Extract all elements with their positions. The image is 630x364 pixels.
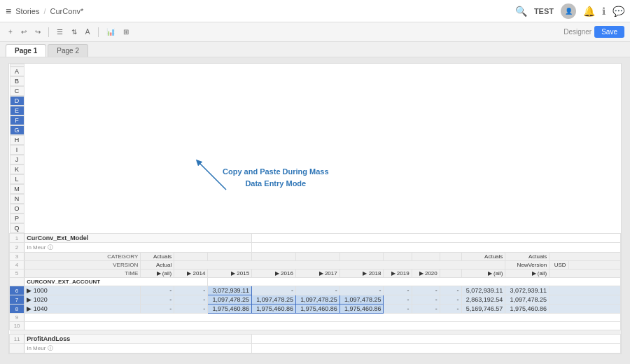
tab-page2[interactable]: Page 2 (48, 44, 88, 57)
col-header-G[interactable]: G (10, 125, 24, 135)
val-6-h[interactable]: - (384, 286, 412, 295)
version-label: VERSION (24, 261, 141, 270)
toolbar-sort-btn[interactable]: ⇅ (69, 27, 80, 37)
row-num-6: 6 (10, 286, 24, 295)
time-label: TIME (24, 270, 141, 278)
val-6-b[interactable]: - (141, 286, 174, 295)
col-header-L[interactable]: L (10, 174, 24, 184)
time-2015: ▶ 2015 (208, 270, 252, 278)
val-8-g[interactable]: 1,975,460.86 (340, 304, 384, 314)
data-row-8[interactable]: 8 ▶ 1040 - - 1,975,460.86 1,975,460.86 1… (10, 304, 621, 314)
val-7-e[interactable]: 1,097,478.25 (252, 295, 296, 304)
toolbar-sep1 (48, 27, 49, 37)
category-val3-l: Actuals (505, 253, 550, 261)
search-icon[interactable]: 🔍 (515, 6, 527, 17)
val-7-j[interactable]: - (440, 295, 461, 304)
val-6-i[interactable]: - (412, 286, 440, 295)
col-header-J[interactable]: J (10, 155, 24, 164)
row-num-5b (10, 278, 24, 286)
account-1020: ▶ 1020 (24, 295, 141, 304)
top-bar-right: 🔍 TEST 👤 🔔 ℹ 💬 (515, 4, 624, 19)
val-7-d[interactable]: 1,097,478.25 (208, 295, 252, 304)
col-header-M[interactable]: M (10, 184, 24, 194)
val-8-e[interactable]: 1,975,460.86 (252, 304, 296, 314)
col-header-B[interactable]: B (10, 76, 24, 86)
pnl-version-actual: Actuals (141, 354, 174, 354)
save-button[interactable]: Save (594, 26, 624, 38)
col-header-O[interactable]: O (10, 204, 24, 214)
val-7-f[interactable]: 1,097,478.25 (295, 295, 340, 304)
bell-icon[interactable]: 🔔 (583, 6, 595, 17)
val-8-j[interactable]: - (440, 304, 461, 314)
time-2016: ▶ 2016 (252, 270, 296, 278)
col-header-H[interactable]: H (10, 135, 24, 145)
col-header-N[interactable]: N (10, 194, 24, 204)
col-header-E[interactable]: E (10, 106, 24, 115)
val-8-c[interactable]: - (174, 304, 208, 314)
val-8-i[interactable]: - (412, 304, 440, 314)
time-val-b: ▶ (all) (141, 270, 174, 278)
val-7-g[interactable]: 1,097,478.25 (340, 295, 384, 304)
curconv-label: CURCONV_EXT_ACCOUNT (24, 278, 208, 286)
val-6-e[interactable]: - (252, 286, 296, 295)
col-header-P[interactable]: P (10, 214, 24, 223)
info-icon[interactable]: ℹ (602, 6, 606, 17)
val-8-h[interactable]: - (384, 304, 412, 314)
val-7-h[interactable]: - (384, 295, 412, 304)
col-header-C[interactable]: C (10, 86, 24, 96)
data-row-6[interactable]: 6 ▶ 1000 - - 3,072,939.11 - - - - - - 5,… (10, 286, 621, 295)
toolbar-chart-btn[interactable]: 📊 (104, 27, 118, 37)
row-num-10: 10 (10, 322, 24, 330)
data-row-7[interactable]: 7 ▶ 1020 - - 1,097,478.25 1,097,478.25 1… (10, 295, 621, 304)
val-7-c[interactable]: - (174, 295, 208, 304)
tab-page1[interactable]: Page 1 (6, 44, 46, 57)
val-7-l[interactable]: 1,097,478.25 (505, 295, 550, 304)
avatar[interactable]: 👤 (561, 4, 576, 19)
category-val2-k: Actuals (461, 253, 505, 261)
data-row-9: 9 (10, 314, 621, 322)
toolbar-filter-btn[interactable]: ☰ (54, 27, 66, 37)
chat-icon[interactable]: 💬 (612, 6, 624, 17)
row-num-11: 11 (10, 335, 24, 344)
hamburger-icon[interactable]: ≡ (6, 6, 11, 17)
col-header-Q[interactable]: Q (10, 223, 24, 233)
category-val-f (295, 253, 340, 261)
toolbar-redo-btn[interactable]: ↪ (32, 27, 43, 37)
time-2019: ▶ 2019 (384, 270, 412, 278)
pnl-title: ProfitAndLoss (24, 335, 252, 344)
col-header-D[interactable]: D (10, 96, 24, 106)
val-8-d[interactable]: 1,975,460.86 (208, 304, 252, 314)
val-6-l[interactable]: 3,072,939.11 (505, 286, 550, 295)
toolbar-format-btn[interactable]: A (83, 27, 93, 37)
val-8-f[interactable]: 1,975,460.86 (295, 304, 340, 314)
val-6-d[interactable]: 3,072,939.11 (208, 286, 252, 295)
row-num-4: 4 (10, 261, 24, 270)
val-8-b[interactable]: - (141, 304, 174, 314)
val-6-k[interactable]: 5,072,939.11 (461, 286, 505, 295)
row-num-2: 2 (10, 243, 24, 253)
val-6-f[interactable]: - (295, 286, 340, 295)
toolbar-insert-btn[interactable]: ⊞ (120, 27, 132, 37)
category-val-b: Actuals (141, 253, 174, 261)
val-7-i[interactable]: - (412, 295, 440, 304)
val-8-l[interactable]: 1,975,460.86 (505, 304, 550, 314)
row-num-12 (10, 344, 24, 354)
pnl-version-forecast: Forecast (174, 354, 208, 354)
val-6-c[interactable]: - (174, 286, 208, 295)
toolbar-add-btn[interactable]: + (6, 27, 15, 37)
val-7-b[interactable]: - (141, 295, 174, 304)
row-num-8: 8 (10, 304, 24, 314)
toolbar-undo-btn[interactable]: ↩ (18, 27, 29, 37)
val-8-k[interactable]: 5,169,746.57 (461, 304, 505, 314)
col-header-A[interactable]: A (10, 66, 24, 76)
val-6-g[interactable]: - (340, 286, 384, 295)
col-header-F[interactable]: F (10, 115, 24, 125)
model-title: CurConv_Ext_Model (24, 234, 252, 243)
account-1040: ▶ 1040 (24, 304, 141, 314)
col-header-I[interactable]: I (10, 145, 24, 155)
val-6-j[interactable]: - (440, 286, 461, 295)
top-bar: ≡ Stories / CurConv* 🔍 TEST 👤 🔔 ℹ 💬 (0, 0, 630, 22)
val-7-k[interactable]: 2,863,192.54 (461, 295, 505, 304)
category-val-h (384, 253, 412, 261)
col-header-K[interactable]: K (10, 164, 24, 174)
